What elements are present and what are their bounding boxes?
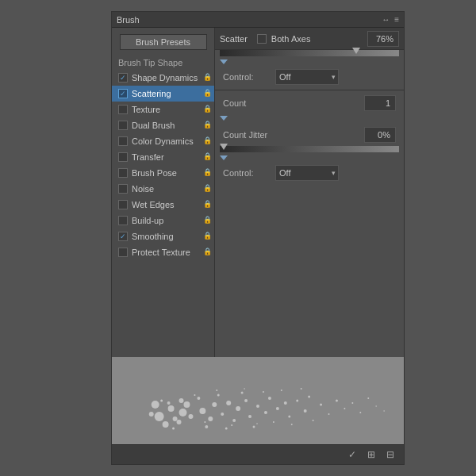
- color-dynamics-checkbox[interactable]: [118, 136, 128, 146]
- sidebar-item-wet-edges[interactable]: Wet Edges 🔒: [112, 197, 214, 213]
- svg-point-46: [263, 391, 264, 393]
- wet-edges-label: Wet Edges: [132, 200, 202, 209]
- svg-point-24: [268, 397, 271, 400]
- svg-point-13: [199, 408, 205, 414]
- content-area: Scatter Both Axes 76% Control: [215, 28, 404, 357]
- svg-point-6: [149, 412, 154, 416]
- svg-point-10: [184, 401, 190, 408]
- texture-label: Texture: [132, 105, 202, 114]
- lock-icon-build-up: 🔒: [203, 216, 211, 225]
- scatter-slider-thumb[interactable]: [352, 48, 360, 54]
- sidebar-item-build-up[interactable]: Build-up 🔒: [112, 213, 214, 228]
- sidebar-item-smoothing[interactable]: ✓ Smoothing 🔒: [112, 228, 214, 244]
- svg-point-57: [231, 424, 232, 426]
- count-jitter-label: Count Jitter: [223, 130, 359, 140]
- protect-texture-label: Protect Texture: [132, 248, 202, 257]
- svg-point-45: [253, 426, 255, 428]
- texture-checkbox[interactable]: [118, 105, 128, 114]
- scatter-slider-container: [215, 50, 404, 58]
- svg-point-19: [236, 406, 240, 411]
- noise-checkbox[interactable]: [118, 184, 128, 194]
- control1-label: Control:: [223, 72, 271, 82]
- svg-point-9: [167, 401, 171, 405]
- sidebar-item-color-dynamics[interactable]: Color Dynamics 🔒: [112, 133, 214, 149]
- svg-point-52: [160, 400, 163, 402]
- svg-point-37: [367, 397, 369, 399]
- count-jitter-value[interactable]: 0%: [364, 127, 396, 143]
- grid-icon[interactable]: ⊞: [364, 447, 378, 462]
- arrow-row2: [215, 154, 404, 162]
- svg-point-14: [208, 416, 213, 421]
- scatter-value-field[interactable]: 76%: [367, 31, 399, 47]
- svg-point-56: [216, 390, 217, 391]
- svg-point-16: [221, 413, 224, 416]
- scatter-arrow-indicator: [220, 60, 228, 64]
- transfer-checkbox[interactable]: [118, 152, 128, 162]
- sidebar-item-scattering[interactable]: ✓ Scattering 🔒: [112, 86, 214, 102]
- svg-point-18: [232, 419, 236, 422]
- lock-icon-transfer: 🔒: [203, 152, 211, 162]
- count-jitter-slider-track[interactable]: [220, 146, 399, 152]
- svg-point-51: [313, 420, 314, 421]
- control1-row: Control: Off Pen Pressure Fade: [215, 66, 404, 88]
- svg-point-55: [204, 421, 205, 423]
- sidebar-item-texture[interactable]: Texture 🔒: [112, 102, 214, 117]
- shape-dynamics-checkbox[interactable]: ✓: [118, 73, 128, 83]
- count-row: Count 1: [215, 92, 404, 114]
- build-up-label: Build-up: [132, 216, 202, 225]
- count-jitter-slider-thumb[interactable]: [220, 144, 228, 150]
- wet-edges-checkbox[interactable]: [118, 200, 128, 209]
- svg-point-40: [197, 397, 200, 400]
- resize-icon[interactable]: ↔: [382, 15, 390, 24]
- divider1: [215, 90, 404, 90]
- svg-point-31: [320, 404, 322, 406]
- svg-point-15: [212, 402, 217, 407]
- control2-select[interactable]: Off Pen Pressure Fade: [275, 165, 339, 181]
- scatter-slider-track[interactable]: [220, 50, 399, 56]
- svg-point-59: [256, 424, 258, 425]
- sidebar-item-protect-texture[interactable]: Protect Texture 🔒: [112, 244, 214, 260]
- panel-body: Brush Presets Brush Tip Shape ✓ Shape Dy…: [112, 28, 404, 464]
- count-jitter-arrow-indicator: [220, 155, 228, 160]
- panel-titlebar: Brush ↔ ≡: [112, 12, 404, 28]
- svg-point-23: [264, 411, 267, 414]
- checkmark-icon[interactable]: ✓: [345, 447, 359, 462]
- shape-dynamics-label: Shape Dynamics: [132, 73, 202, 83]
- svg-point-20: [244, 399, 248, 402]
- smoothing-checkbox[interactable]: ✓: [118, 232, 128, 241]
- sidebar-item-noise[interactable]: Noise 🔒: [112, 181, 214, 197]
- svg-point-35: [351, 402, 353, 404]
- svg-point-50: [301, 388, 302, 390]
- sidebar-item-brush-pose[interactable]: Brush Pose 🔒: [112, 165, 214, 181]
- brush-pose-checkbox[interactable]: [118, 168, 128, 178]
- dual-brush-checkbox[interactable]: [118, 121, 128, 130]
- lock-icon-color-dynamics: 🔒: [203, 136, 211, 146]
- scattering-checkbox[interactable]: ✓: [118, 89, 128, 98]
- control1-select[interactable]: Off Pen Pressure Fade: [275, 69, 339, 85]
- menu-icon[interactable]: ≡: [394, 15, 399, 24]
- both-axes-checkbox[interactable]: [257, 34, 267, 44]
- svg-point-32: [328, 413, 330, 415]
- brush-preview-canvas: [112, 357, 404, 444]
- lock-icon-smoothing: 🔒: [203, 232, 211, 241]
- sidebar-item-shape-dynamics[interactable]: ✓ Shape Dynamics 🔒: [112, 70, 214, 86]
- protect-texture-checkbox[interactable]: [118, 248, 128, 257]
- control2-select-wrapper: Off Pen Pressure Fade: [275, 165, 339, 181]
- sidebar-item-transfer[interactable]: Transfer 🔒: [112, 149, 214, 165]
- scatter-header: Scatter Both Axes 76%: [215, 28, 404, 50]
- count-jitter-arrow: [220, 116, 228, 121]
- count-value[interactable]: 1: [364, 95, 396, 111]
- svg-point-4: [173, 416, 178, 421]
- lock-icon-wet-edges: 🔒: [203, 200, 211, 209]
- delete-icon[interactable]: ⊟: [383, 447, 397, 462]
- svg-point-42: [217, 394, 220, 397]
- brush-presets-button[interactable]: Brush Presets: [120, 34, 207, 50]
- svg-point-54: [194, 394, 195, 396]
- lock-icon-noise: 🔒: [203, 184, 211, 194]
- sidebar: Brush Presets Brush Tip Shape ✓ Shape Dy…: [112, 28, 215, 357]
- sidebar-item-dual-brush[interactable]: Dual Brush 🔒: [112, 117, 214, 133]
- svg-point-5: [163, 421, 169, 428]
- build-up-checkbox[interactable]: [118, 216, 128, 225]
- brush-tip-shape-section[interactable]: Brush Tip Shape: [112, 56, 214, 70]
- lock-icon-shape-dynamics: 🔒: [203, 73, 211, 83]
